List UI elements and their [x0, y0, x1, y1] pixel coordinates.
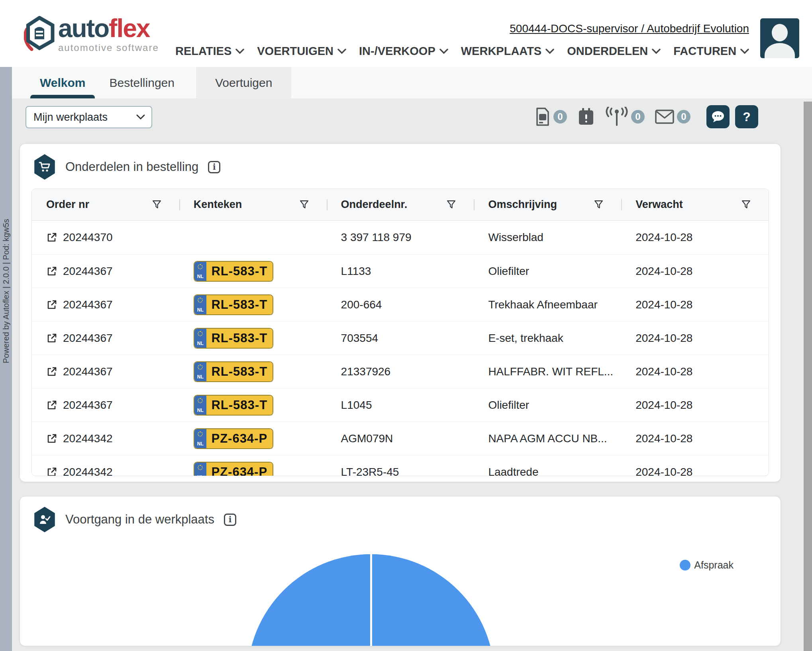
table-row[interactable]: 20244367 NLRL-583-T 703554 E-set, trekha…	[32, 321, 769, 355]
envelope-icon	[655, 110, 674, 124]
top-header: autoflex automotive software RELATIES VO…	[0, 0, 812, 67]
part-number: 21337926	[327, 365, 474, 378]
calendar-indicator[interactable]	[577, 107, 595, 126]
progress-panel-title: Voortgang in de werkplaats	[65, 512, 214, 527]
nav-in-verkoop[interactable]: IN-/VERKOOP	[359, 45, 448, 58]
license-plate: NLRL-583-T	[194, 294, 273, 315]
parts-cart-icon	[33, 154, 56, 180]
eu-stars-icon	[198, 398, 203, 403]
chevron-down-icon	[235, 49, 244, 54]
table-row-clipped[interactable]: 20244342 NLPZ-634-P LT-23R5-45 Laadtrede…	[32, 455, 769, 476]
avatar-head	[772, 24, 788, 41]
table-row[interactable]: 20244342 NLPZ-634-P AGM079N NAPA AGM ACC…	[32, 422, 769, 455]
order-number: 20244367	[63, 298, 113, 311]
license-plate: NLRL-583-T	[194, 361, 273, 382]
chevron-down-icon	[439, 49, 448, 54]
table-row[interactable]: 20244370 3 397 118 979 Wisserblad 2024-1…	[32, 221, 769, 254]
open-order-icon[interactable]	[46, 232, 57, 243]
nav-facturen[interactable]: FACTUREN	[673, 45, 749, 58]
open-order-icon[interactable]	[46, 366, 57, 377]
tab-voertuigen[interactable]: Voertuigen	[196, 67, 291, 98]
part-number: AGM079N	[327, 432, 474, 445]
eu-strip: NL	[194, 295, 206, 314]
expected-date: 2024-10-28	[621, 466, 769, 476]
help-button[interactable]: ?	[735, 105, 758, 128]
workshop-select-value: Mijn werkplaats	[33, 111, 108, 124]
part-number: 3 397 118 979	[327, 231, 474, 244]
license-plate: NLRL-583-T	[194, 395, 273, 416]
eu-stars-icon	[198, 331, 203, 336]
filter-icon[interactable]	[299, 200, 309, 210]
filter-icon[interactable]	[741, 200, 751, 210]
filter-icon[interactable]	[446, 200, 456, 210]
signal-indicator[interactable]: 0	[605, 107, 645, 127]
description: HALFFABR. WIT REFL...	[474, 365, 621, 378]
table-row[interactable]: 20244367 NLRL-583-T L1045 Oliefilter 202…	[32, 388, 769, 422]
description: E-set, trekhaak	[474, 332, 621, 345]
order-number: 20244367	[63, 399, 113, 412]
open-order-icon[interactable]	[46, 467, 57, 476]
filter-icon[interactable]	[152, 200, 162, 210]
chat-button[interactable]	[706, 105, 730, 128]
document-icon	[535, 107, 551, 126]
eu-stars-icon	[198, 465, 203, 470]
col-verwacht: Verwacht	[621, 189, 769, 220]
legend-item-afspraak[interactable]: Afspraak	[680, 559, 734, 571]
chevron-down-icon	[337, 49, 346, 54]
expected-date: 2024-10-28	[621, 432, 769, 445]
open-order-icon[interactable]	[46, 433, 57, 444]
antenna-icon	[605, 107, 628, 127]
logo-wordmark: autoflex	[58, 16, 159, 41]
pie-slice-divider	[370, 554, 372, 646]
open-order-icon[interactable]	[46, 400, 57, 411]
info-icon[interactable]: i	[208, 161, 220, 173]
eu-stars-icon	[198, 264, 203, 269]
open-order-icon[interactable]	[46, 266, 57, 277]
vertical-scrollbar[interactable]	[804, 102, 812, 651]
description: Oliefilter	[474, 265, 621, 278]
table-row[interactable]: 20244367 NLRL-583-T 200-664 Trekhaak Afn…	[32, 288, 769, 321]
col-omschrijving: Omschrijving	[474, 189, 621, 220]
nav-relaties[interactable]: RELATIES	[175, 45, 244, 58]
nav-werkplaats[interactable]: WERKPLAATS	[461, 45, 554, 58]
nav-onderdelen[interactable]: ONDERDELEN	[567, 45, 661, 58]
person-check-icon	[33, 507, 56, 532]
chevron-down-icon	[545, 49, 554, 54]
license-plate: NLRL-583-T	[194, 328, 273, 349]
signal-badge: 0	[631, 110, 645, 124]
expected-date: 2024-10-28	[621, 365, 769, 378]
license-plate: NLPZ-634-P	[194, 462, 273, 476]
documents-indicator[interactable]: 0	[535, 107, 567, 126]
table-row[interactable]: 20244367 NLRL-583-T 21337926 HALFFABR. W…	[32, 355, 769, 388]
tab-bestellingen[interactable]: Bestellingen	[97, 67, 186, 98]
info-icon[interactable]: i	[224, 514, 236, 526]
avatar-body	[765, 43, 795, 58]
expected-date: 2024-10-28	[621, 231, 769, 244]
part-number: LT-23R5-45	[327, 466, 474, 476]
order-number: 20244370	[63, 231, 113, 244]
eu-strip: NL	[194, 463, 206, 476]
tab-welkom[interactable]: Welkom	[28, 67, 97, 98]
table-row[interactable]: 20244367 NLRL-583-T L1133 Oliefilter 202…	[32, 254, 769, 288]
documents-badge: 0	[553, 110, 567, 124]
orders-panel: Onderdelen in bestelling i Order nr Kent…	[20, 143, 781, 482]
mail-badge: 0	[677, 110, 690, 124]
expected-date: 2024-10-28	[621, 399, 769, 412]
filter-icon[interactable]	[594, 200, 604, 210]
part-number: L1045	[327, 399, 474, 412]
nav-voertuigen[interactable]: VOERTUIGEN	[257, 45, 346, 58]
orders-table-header: Order nr Kenteken Onderdeelnr. Omschrijv…	[32, 189, 769, 221]
open-order-icon[interactable]	[46, 299, 57, 310]
eu-strip: NL	[194, 362, 206, 381]
workshop-select[interactable]: Mijn werkplaats	[25, 106, 152, 128]
avatar[interactable]	[760, 18, 799, 58]
description: Trekhaak Afneembaar	[474, 298, 621, 311]
open-order-icon[interactable]	[46, 333, 57, 344]
description: Oliefilter	[474, 399, 621, 412]
main-nav: RELATIES VOERTUIGEN IN-/VERKOOP WERKPLAA…	[175, 45, 749, 58]
legend-label: Afspraak	[694, 559, 734, 571]
account-link[interactable]: 500444-DOCS-supervisor / Autobedrijf Evo…	[510, 22, 749, 35]
mail-indicator[interactable]: 0	[655, 110, 690, 124]
chevron-down-icon	[136, 114, 145, 120]
order-number: 20244367	[63, 332, 113, 345]
